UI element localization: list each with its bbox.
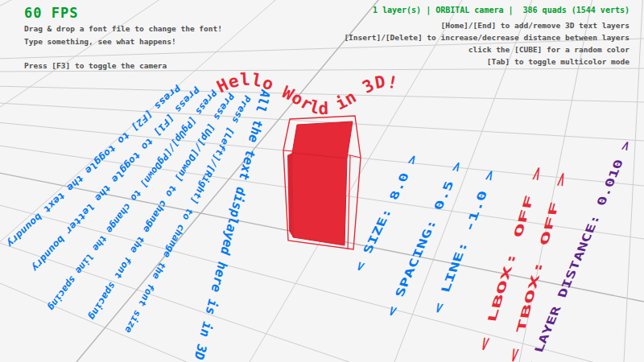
scene-3d-viewport: Press [F2] to toggle the text boundry Pr… [0, 0, 644, 362]
fps-counter: 60 FPS [24, 5, 78, 21]
cube-left-face [287, 153, 293, 237]
status-bar: 1 layer(s) | ORBITAL camera | 386 quads … [373, 6, 630, 14]
app-window: Press [F2] to toggle the text boundry Pr… [0, 0, 644, 362]
hint-toggle-camera: Press [F3] to toggle the camera [24, 61, 167, 70]
params-3d-group: < SIZE: 8.0 > < SPACING: 0.5 > < LINE: -… [351, 140, 634, 362]
hint-multicolor-mode: [Tab] to toggle multicolor mode [487, 57, 630, 66]
param-tbox: < TBOX: OFF > [506, 171, 569, 362]
hint-type-something: Type something, see what happens! [24, 37, 176, 46]
hint-layer-distance: [Insert]/[Delete] to increase/decrease d… [344, 33, 630, 42]
hint-add-remove-layers: [Home]/[End] to add/remove 3D text layer… [441, 21, 630, 30]
hint-cube-random-color: click the [CUBE] for a random color [469, 45, 630, 54]
cube-front-face [292, 153, 347, 245]
hint-drag-drop-font: Drag & drop a font file to change the fo… [24, 24, 222, 33]
cube[interactable] [283, 116, 361, 249]
